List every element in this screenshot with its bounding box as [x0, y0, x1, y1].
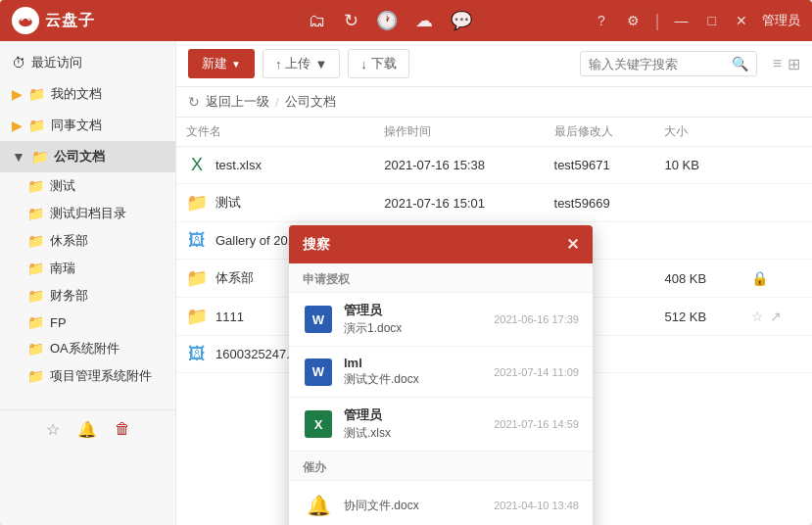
sidebar-item-fp[interactable]: 📁 FP: [16, 310, 175, 335]
maximize-button[interactable]: □: [703, 11, 721, 30]
upload-button[interactable]: ↑ 上传 ▼: [263, 49, 340, 78]
file-name[interactable]: 1111: [215, 310, 244, 324]
bell-icon: 🔔: [307, 494, 331, 517]
logo-text: 云盘子: [45, 11, 95, 31]
refresh-icon[interactable]: ↻: [344, 10, 358, 31]
word-icon: W: [303, 304, 334, 335]
popup-close-button[interactable]: ✕: [566, 235, 579, 254]
popup-item-info: 管理员 演示1.docx: [344, 302, 484, 337]
folder-icon: 📁: [27, 206, 44, 221]
sidebar-item-archive[interactable]: 📁 测试归档目录: [16, 200, 175, 227]
company-folder-icon: 📁: [31, 149, 48, 165]
file-name[interactable]: 体系部: [215, 269, 254, 287]
popup-item[interactable]: X 管理员 测试.xlsx 2021-07-16 14:59: [289, 398, 593, 452]
file-time: 2021-07-16 15:38: [374, 147, 544, 184]
view-icons: ≡ ⊞: [773, 55, 800, 73]
sidebar: ⏱ 最近访问 ▶ 📁 我的文档 ▶ 📁 同事文档 ▼ 📁 公司文档 📁: [0, 41, 176, 525]
file-actions: 🔒: [741, 260, 812, 298]
file-actions: [741, 147, 812, 184]
sidebar-item-label: 测试: [50, 177, 164, 195]
file-name[interactable]: 测试: [215, 194, 241, 212]
popup-item-info: lml 测试文件.docx: [344, 356, 484, 388]
folder-icon: 📁: [27, 368, 44, 384]
star-action-icon[interactable]: ☆: [751, 309, 764, 324]
sidebar-item-label: 休系部: [50, 232, 164, 250]
sidebar-item-label: 南瑞: [50, 260, 164, 277]
file-size: 512 KB: [654, 298, 740, 336]
refresh-button[interactable]: ↻: [188, 94, 200, 110]
popup-item[interactable]: W lml 测试文件.docx 2021-07-14 11:09: [289, 347, 593, 398]
breadcrumb: ↻ 返回上一级 / 公司文档: [176, 87, 812, 118]
clock-icon[interactable]: 🕐: [376, 10, 398, 31]
share-action-icon[interactable]: ↗: [770, 309, 782, 324]
popup-item-file: 测试.xlsx: [344, 425, 484, 442]
image-file-icon: 🖼: [186, 344, 208, 364]
cloud-upload-icon[interactable]: ☁: [415, 10, 433, 31]
folder-icon: 📁: [27, 233, 44, 249]
download-button[interactable]: ↓ 下载: [348, 49, 409, 78]
folder-file-icon: 📁: [186, 267, 208, 289]
titlebar: 云盘子 🗂 ↻ 🕐 ☁ 💬 ? ⚙ | — □ ✕ 管理员: [0, 0, 812, 41]
bell-icon[interactable]: 🔔: [77, 420, 97, 439]
sidebar-item-recent[interactable]: ⏱ 最近访问: [0, 47, 175, 78]
new-button[interactable]: 新建 ▼: [188, 49, 255, 78]
popup-section-apply: 申请授权: [289, 263, 593, 293]
popup-header: 搜察 ✕: [289, 225, 593, 263]
sidebar-item-label: 测试归档目录: [50, 205, 164, 222]
col-size: 大小: [654, 118, 740, 147]
sidebar-item-label: OA系统附件: [50, 340, 164, 358]
list-view-icon[interactable]: ≡: [773, 55, 782, 73]
word-icon: W: [303, 357, 334, 388]
search-icon[interactable]: 🔍: [732, 56, 748, 72]
folder-icon: ▶: [12, 86, 23, 102]
toolbar: 新建 ▼ ↑ 上传 ▼ ↓ 下载 🔍 ≡ ⊞: [176, 41, 812, 87]
sidebar-item-label: 我的文档: [51, 85, 164, 103]
popup-dialog: 搜察 ✕ 申请授权 W 管理员 演示1.docx 2021-06-16 17:3…: [289, 225, 593, 525]
upload-icon: ↑: [275, 57, 282, 72]
admin-label: 管理员: [762, 12, 800, 29]
popup-item[interactable]: W 管理员 演示1.docx 2021-06-16 17:39: [289, 293, 593, 347]
file-name[interactable]: test.xlsx: [215, 158, 262, 172]
settings-icon[interactable]: ⚙: [621, 11, 645, 30]
chat-icon[interactable]: 💬: [451, 10, 472, 31]
file-actions: [741, 336, 812, 373]
search-input[interactable]: [589, 57, 726, 72]
popup-item-name: 管理员: [344, 406, 484, 424]
file-name-cell: X test.xlsx: [176, 147, 374, 184]
sidebar-item-proj[interactable]: 📁 项目管理系统附件: [16, 362, 175, 390]
main-window: 云盘子 🗂 ↻ 🕐 ☁ 💬 ? ⚙ | — □ ✕ 管理员 ⏱ 最近访问: [0, 0, 812, 525]
grid-view-icon[interactable]: ⊞: [788, 55, 800, 73]
col-time: 操作时间: [374, 118, 544, 147]
trash-icon[interactable]: 🗑: [115, 420, 130, 439]
folder-icon: ▶: [12, 118, 23, 133]
popup-item[interactable]: 🔔 协同文件.docx 2021-04-10 13:48: [289, 481, 593, 525]
excel-file-icon: X: [186, 155, 208, 175]
sidebar-item-test[interactable]: 📁 测试: [16, 172, 175, 200]
sidebar-item-tixibu[interactable]: 📁 休系部: [16, 227, 175, 255]
sidebar-item-nanrui[interactable]: 📁 南瑞: [16, 255, 175, 282]
svg-point-0: [19, 18, 32, 26]
folder-icon[interactable]: 🗂: [309, 11, 326, 31]
star-icon[interactable]: ☆: [46, 420, 60, 439]
sidebar-item-finance[interactable]: 📁 财务部: [16, 282, 175, 310]
popup-item-file: 测试文件.docx: [344, 371, 484, 388]
back-link[interactable]: 返回上一级: [206, 93, 269, 111]
col-filename: 文件名: [176, 118, 374, 147]
file-size: [654, 336, 740, 373]
sidebar-item-my-docs[interactable]: ▶ 📁 我的文档: [0, 78, 175, 110]
company-docs-link[interactable]: 公司文档: [285, 93, 336, 111]
sidebar-item-colleague-docs[interactable]: ▶ 📁 同事文档: [0, 110, 175, 141]
help-icon[interactable]: ?: [592, 11, 611, 30]
file-size: [654, 222, 740, 260]
popup-section-remind: 催办: [289, 452, 593, 481]
minimize-button[interactable]: —: [670, 11, 693, 30]
new-label: 新建: [202, 55, 227, 72]
download-icon: ↓: [360, 57, 367, 72]
close-button[interactable]: ✕: [731, 11, 752, 30]
bell-item-icon: 🔔: [303, 490, 334, 521]
popup-item-time: 2021-07-14 11:09: [494, 366, 579, 378]
sidebar-item-company-docs[interactable]: ▼ 📁 公司文档: [0, 141, 175, 172]
folder-icon: 📁: [27, 314, 44, 330]
lock-icon[interactable]: 🔒: [751, 270, 768, 286]
sidebar-item-oa[interactable]: 📁 OA系统附件: [16, 335, 175, 362]
